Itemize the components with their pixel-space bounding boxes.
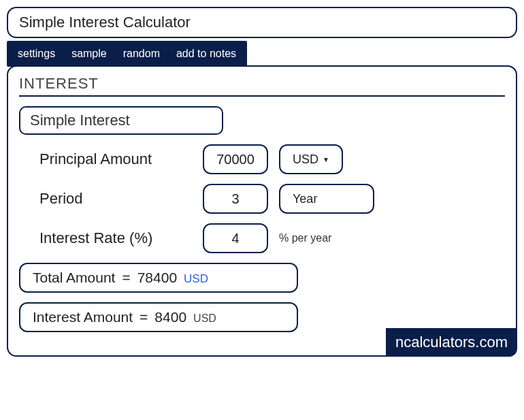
brand-badge: ncalculators.com xyxy=(386,328,517,357)
rate-unit-text: % per year xyxy=(279,232,331,244)
period-input[interactable] xyxy=(203,184,268,214)
total-label: Total Amount xyxy=(33,270,115,286)
total-value: 78400 xyxy=(137,270,177,286)
interest-label: Interest Amount xyxy=(33,309,133,325)
equals-sign: = xyxy=(140,309,148,325)
tab-add-to-notes[interactable]: add to notes xyxy=(176,48,236,60)
row-period: Period Year xyxy=(39,184,505,214)
total-unit: USD xyxy=(184,272,208,286)
row-principal: Principal Amount USD ▼ xyxy=(39,144,505,174)
principal-currency-select[interactable]: USD ▼ xyxy=(279,144,343,174)
row-rate: Interest Rate (%) % per year xyxy=(39,223,505,253)
principal-input[interactable] xyxy=(203,144,268,174)
result-total: Total Amount = 78400 USD xyxy=(19,263,298,293)
tab-sample[interactable]: sample xyxy=(71,48,107,60)
page-title: Simple Interest Calculator xyxy=(7,7,517,38)
tab-strip: settings sample random add to notes xyxy=(7,41,247,67)
rate-input[interactable] xyxy=(203,223,268,253)
equals-sign: = xyxy=(122,270,130,286)
tab-random[interactable]: random xyxy=(123,48,160,60)
chevron-down-icon: ▼ xyxy=(323,156,329,163)
principal-label: Principal Amount xyxy=(39,150,203,168)
result-interest: Interest Amount = 8400 USD xyxy=(19,302,298,332)
principal-currency-value: USD xyxy=(293,152,318,167)
tab-settings[interactable]: settings xyxy=(18,48,55,60)
period-unit-select[interactable]: Year xyxy=(279,184,374,214)
period-unit-value: Year xyxy=(293,192,317,206)
interest-value: 8400 xyxy=(154,309,186,325)
section-title: INTEREST xyxy=(19,75,505,97)
calculator-panel: INTEREST Simple Interest Principal Amoun… xyxy=(7,65,517,357)
interest-unit: USD xyxy=(193,312,216,325)
period-label: Period xyxy=(39,190,203,208)
mode-selector[interactable]: Simple Interest xyxy=(19,106,223,135)
rate-label: Interest Rate (%) xyxy=(39,229,203,247)
